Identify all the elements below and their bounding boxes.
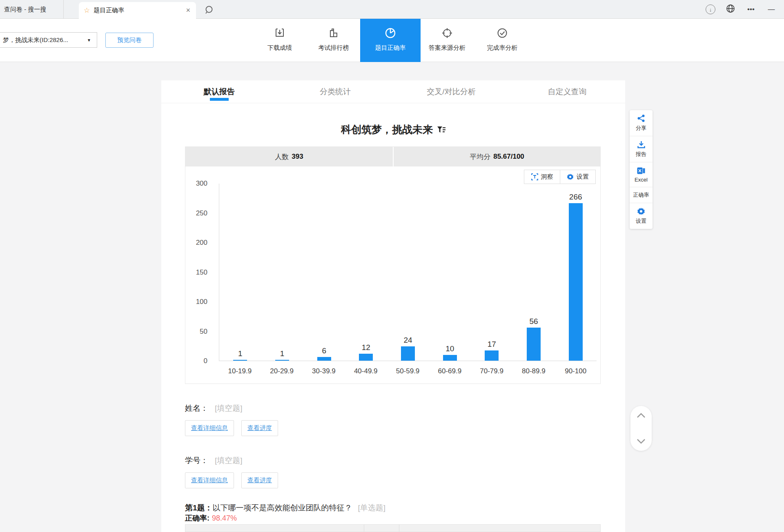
menu-ellipsis-icon[interactable]: ••• (746, 5, 756, 13)
bar-value-label: 266 (569, 193, 582, 202)
insight-label: 洞察 (541, 173, 553, 181)
nav-label: 题目正确率 (375, 44, 406, 52)
bookmark-star-icon: ☆ (84, 6, 90, 15)
bar[interactable] (275, 360, 289, 361)
window-controls: ↓ ••• — (706, 0, 784, 19)
y-tick-label: 300 (196, 180, 207, 188)
bar-slot: 17 (471, 340, 513, 361)
browser-bar: 查问卷 - 搜一搜 ☆ 题目正确率 × ↓ ••• — (0, 0, 784, 19)
nav-item-exam-ranking[interactable]: 考试排行榜 (307, 19, 360, 62)
report-card: 默认报告 分类统计 交叉/对比分析 自定义查询 科创筑梦，挑战未来 人数 393… (161, 80, 625, 532)
rate-value: 98.47% (212, 514, 237, 522)
bar[interactable] (569, 203, 583, 361)
chevron-down-icon: ▼ (83, 38, 91, 42)
active-tab-label: 题目正确率 (94, 7, 185, 14)
report-tabs: 默认报告 分类统计 交叉/对比分析 自定义查询 (161, 80, 625, 103)
x-tick-label: 70-79.9 (471, 367, 513, 375)
question-label: 姓名： (185, 404, 208, 412)
bar[interactable] (401, 346, 415, 361)
page: 默认报告 分类统计 交叉/对比分析 自定义查询 科创筑梦，挑战未来 人数 393… (0, 62, 784, 532)
view-details-button[interactable]: 查看详细信息 (185, 420, 234, 436)
bar-slot: 1 (219, 349, 261, 361)
chart-settings-button[interactable]: 设置 (560, 170, 595, 184)
bar[interactable] (317, 357, 331, 361)
bar-value-label: 1 (238, 349, 243, 358)
insight-icon (531, 173, 538, 180)
globe-icon[interactable] (725, 4, 736, 15)
x-tick-label: 50-59.9 (387, 367, 429, 375)
bar[interactable] (359, 354, 373, 361)
question-name-buttons: 查看详细信息 查看进度 (185, 420, 278, 436)
download-icon (637, 140, 645, 149)
nav-label: 考试排行榜 (318, 44, 349, 52)
survey-select-value: 梦，挑战未来(ID:2826... (3, 36, 68, 44)
bar[interactable] (485, 350, 499, 361)
survey-select[interactable]: 梦，挑战未来(ID:2826... ▼ (0, 32, 97, 48)
question-type: [填空题] (215, 404, 243, 412)
report-download-tool[interactable]: 报告 (630, 136, 653, 162)
tab-cross-analysis[interactable]: 交叉/对比分析 (393, 80, 509, 103)
minimize-icon[interactable]: — (766, 5, 777, 13)
y-tick-label: 250 (196, 209, 207, 217)
inactive-tab-label: 查问卷 - 搜一搜 (4, 6, 46, 13)
bars-row: 1161224101756266 (219, 184, 597, 361)
view-details-button[interactable]: 查看详细信息 (185, 472, 234, 488)
close-tab-icon[interactable]: × (185, 6, 191, 15)
bar-slot: 1 (261, 349, 303, 361)
tab-label: 分类统计 (320, 86, 351, 97)
browser-tab-inactive[interactable]: 查问卷 - 搜一搜 (0, 0, 64, 19)
tool-label: 正确率 (633, 191, 649, 199)
x-tick-label: 20-29.9 (261, 367, 303, 375)
bar[interactable] (443, 355, 457, 361)
tab-category-stats[interactable]: 分类统计 (277, 80, 393, 103)
settings-tool[interactable]: 设置 (630, 203, 653, 229)
x-axis-labels: 10-19.920-29.930-39.940-49.950-59.960-69… (219, 367, 597, 375)
browser-tab-active[interactable]: ☆ 题目正确率 × (79, 2, 196, 19)
question-1-prefix: 第1题： (185, 503, 213, 512)
filter-icon[interactable] (437, 126, 445, 134)
x-tick-label: 30-39.9 (303, 367, 345, 375)
tab-label: 自定义查询 (548, 86, 587, 97)
y-tick-label: 50 (200, 328, 207, 336)
nav-item-download-scores[interactable]: 下载成绩 (252, 19, 307, 62)
bar-value-label: 24 (403, 336, 412, 345)
nav-item-completion-rate[interactable]: 完成率分析 (474, 19, 531, 62)
search-icon[interactable] (204, 4, 215, 15)
stats-bar: 人数 393 平均分 85.67/100 (185, 147, 600, 166)
main-nav: 下载成绩 考试排行榜 题目正确率 答案来源分析 完成率分析 (252, 19, 531, 62)
question-label: 学号： (185, 456, 208, 465)
preview-survey-button[interactable]: 预览问卷 (105, 33, 154, 48)
bar[interactable] (233, 360, 247, 361)
nav-label: 下载成绩 (267, 44, 292, 52)
question-id-label: 学号：[填空题] (185, 455, 243, 466)
scroll-down-icon[interactable] (636, 439, 646, 444)
share-tool[interactable]: 分享 (630, 110, 653, 136)
downloads-icon[interactable]: ↓ (706, 4, 715, 14)
gear-icon (567, 173, 574, 180)
nav-item-answer-source[interactable]: 答案来源分析 (421, 19, 474, 62)
scroll-up-icon[interactable] (636, 412, 646, 418)
question-name-label: 姓名：[填空题] (185, 403, 243, 414)
question-id-buttons: 查看详细信息 查看进度 (185, 472, 278, 488)
insight-button[interactable]: 洞察 (524, 170, 560, 184)
y-tick-label: 100 (196, 298, 207, 306)
question-type: [填空题] (215, 456, 243, 465)
view-progress-button[interactable]: 查看进度 (241, 420, 278, 436)
accuracy-rate-tool[interactable]: 正确率 (630, 187, 653, 203)
nav-item-question-accuracy[interactable]: 题目正确率 (360, 19, 421, 62)
x-tick-label: 10-19.9 (219, 367, 261, 375)
y-tick-label: 150 (196, 268, 207, 277)
bar-slot: 6 (303, 346, 345, 361)
excel-export-tool[interactable]: Excel (630, 162, 653, 187)
plot-area: 1161224101756266 (219, 184, 597, 361)
tab-custom-query[interactable]: 自定义查询 (509, 80, 625, 103)
scroll-controls (630, 406, 652, 451)
view-progress-button[interactable]: 查看进度 (241, 472, 278, 488)
rate-label: 正确率: (185, 514, 209, 522)
y-axis-labels: 050100150200250300 (185, 184, 213, 361)
bar[interactable] (527, 328, 541, 361)
question-1-title: 第1题：以下哪一项不是高效能创业团队的特征？[单选题] (185, 503, 385, 513)
survey-toolbar: 梦，挑战未来(ID:2826... ▼ 预览问卷 下载成绩 考试排行榜 题目正确… (0, 19, 784, 62)
tab-default-report[interactable]: 默认报告 (161, 80, 277, 103)
chart-toolbar: 洞察 设置 (524, 170, 596, 184)
